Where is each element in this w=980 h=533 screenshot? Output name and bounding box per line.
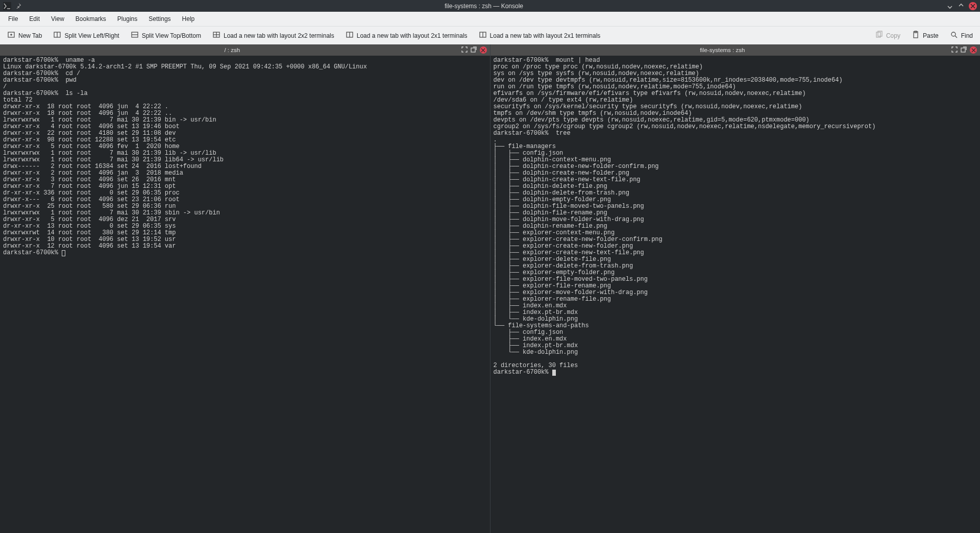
find-label: Find bbox=[961, 32, 973, 39]
find-icon bbox=[950, 31, 958, 40]
close-button[interactable] bbox=[969, 2, 977, 10]
terminal-left[interactable]: darkstar-6700k% uname -a Linux darkstar-… bbox=[0, 56, 490, 533]
copy-button[interactable]: Copy bbox=[870, 29, 905, 42]
menu-view[interactable]: View bbox=[46, 13, 69, 25]
split-tb-label: Split View Top/Bottom bbox=[142, 32, 201, 39]
paste-button[interactable]: Paste bbox=[906, 29, 944, 42]
maximize-button[interactable] bbox=[958, 3, 965, 10]
new-tab-button[interactable]: New Tab bbox=[2, 29, 47, 42]
expand-icon[interactable] bbox=[951, 46, 958, 54]
close-tab-left[interactable] bbox=[480, 46, 487, 54]
titlebar: file-systems : zsh — Konsole bbox=[0, 0, 980, 12]
split-container: / : zsh darkstar-6700k% uname -a Linux d… bbox=[0, 44, 980, 533]
menu-edit[interactable]: Edit bbox=[24, 13, 45, 25]
layout-2x1-icon-b bbox=[479, 31, 487, 40]
menu-plugins[interactable]: Plugins bbox=[112, 13, 142, 25]
layout-2x1-label-a: Load a new tab with layout 2x1 terminals bbox=[357, 32, 468, 39]
detach-icon[interactable] bbox=[471, 46, 477, 54]
tabbar-left: / : zsh bbox=[0, 44, 490, 56]
tab-title-right[interactable]: file-systems : zsh bbox=[494, 47, 952, 53]
layout-2x1-button-a[interactable]: Load a new tab with layout 2x1 terminals bbox=[340, 29, 473, 42]
paste-icon bbox=[912, 31, 920, 40]
svg-rect-18 bbox=[471, 48, 475, 52]
close-tab-right[interactable] bbox=[970, 46, 977, 54]
split-lr-icon bbox=[53, 31, 61, 40]
svg-point-16 bbox=[951, 32, 955, 36]
toolbar: New Tab Split View Left/Right Split View… bbox=[0, 26, 980, 44]
copy-icon bbox=[875, 31, 883, 40]
pin-icon[interactable] bbox=[15, 2, 21, 11]
split-left-right-button[interactable]: Split View Left/Right bbox=[48, 29, 124, 42]
new-tab-label: New Tab bbox=[18, 32, 42, 39]
paste-label: Paste bbox=[923, 32, 939, 39]
menu-settings[interactable]: Settings bbox=[143, 13, 176, 25]
menu-bookmarks[interactable]: Bookmarks bbox=[70, 13, 111, 25]
minimize-button[interactable] bbox=[946, 3, 953, 10]
terminal-right[interactable]: darkstar-6700k% mount | head proc on /pr… bbox=[491, 56, 981, 533]
detach-icon[interactable] bbox=[961, 46, 967, 54]
pane-left: / : zsh darkstar-6700k% uname -a Linux d… bbox=[0, 44, 491, 533]
pane-right: file-systems : zsh darkstar-6700k% mount… bbox=[491, 44, 981, 533]
svg-rect-19 bbox=[961, 48, 965, 52]
new-tab-icon bbox=[7, 31, 15, 40]
tabbar-right: file-systems : zsh bbox=[491, 44, 981, 56]
menubar: File Edit View Bookmarks Plugins Setting… bbox=[0, 12, 980, 26]
tab-title-left[interactable]: / : zsh bbox=[3, 47, 461, 53]
split-lr-label: Split View Left/Right bbox=[64, 32, 119, 39]
layout-2x2-button[interactable]: Load a new tab with layout 2x2 terminals bbox=[207, 29, 339, 42]
layout-2x1-label-b: Load a new tab with layout 2x1 terminals bbox=[490, 32, 601, 39]
expand-icon[interactable] bbox=[461, 46, 468, 54]
layout-2x2-icon bbox=[212, 31, 220, 40]
split-tb-icon bbox=[131, 31, 139, 40]
svg-line-17 bbox=[955, 36, 957, 38]
layout-2x2-label: Load a new tab with layout 2x2 terminals bbox=[224, 32, 334, 39]
layout-2x1-icon-a bbox=[346, 31, 354, 40]
find-button[interactable]: Find bbox=[945, 29, 978, 42]
menu-file[interactable]: File bbox=[3, 13, 23, 25]
window-title: file-systems : zsh — Konsole bbox=[21, 3, 946, 10]
menu-help[interactable]: Help bbox=[177, 13, 200, 25]
layout-2x1-button-b[interactable]: Load a new tab with layout 2x1 terminals bbox=[474, 29, 606, 42]
app-icon bbox=[3, 2, 11, 10]
split-top-bottom-button[interactable]: Split View Top/Bottom bbox=[126, 29, 206, 42]
copy-label: Copy bbox=[886, 32, 900, 39]
